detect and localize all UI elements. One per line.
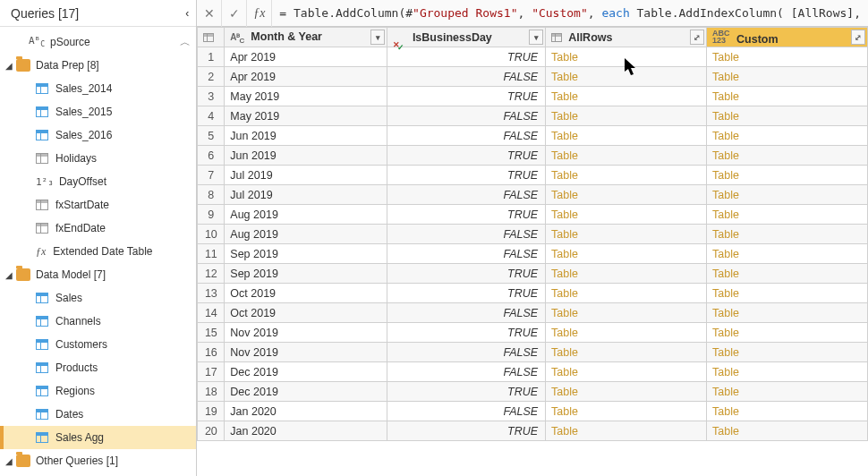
query-item[interactable]: Sales_2014 (0, 77, 196, 100)
cell-monthyear[interactable]: Nov 2019 (225, 323, 387, 343)
table-row[interactable]: 17 Dec 2019 FALSE Table Table (198, 362, 868, 382)
row-number[interactable]: 8 (198, 185, 225, 205)
fx-icon[interactable]: ƒx (247, 0, 272, 27)
cell-custom[interactable]: Table (707, 225, 868, 244)
cell-custom[interactable]: Table (707, 323, 868, 343)
row-number[interactable]: 17 (198, 362, 225, 382)
cell-isbusinessday[interactable]: FALSE (387, 362, 546, 382)
query-item[interactable]: fxEndDate (0, 217, 196, 240)
cell-custom[interactable]: Table (707, 343, 868, 362)
cell-monthyear[interactable]: Jul 2019 (225, 185, 387, 205)
cell-isbusinessday[interactable]: FALSE (387, 225, 546, 244)
table-row[interactable]: 8 Jul 2019 FALSE Table Table (198, 185, 868, 205)
cell-custom[interactable]: Table (707, 106, 868, 126)
cell-isbusinessday[interactable]: FALSE (387, 303, 546, 323)
cell-custom[interactable]: Table (707, 284, 868, 303)
column-header-monthyear[interactable]: AᴮC Month & Year ▾ (225, 28, 387, 47)
query-item[interactable]: Holidays (0, 147, 196, 170)
cell-allrows[interactable]: Table (546, 284, 707, 303)
table-row[interactable]: 14 Oct 2019 FALSE Table Table (198, 303, 868, 323)
cell-monthyear[interactable]: Jul 2019 (225, 166, 387, 185)
cell-isbusinessday[interactable]: TRUE (387, 323, 546, 343)
row-number[interactable]: 15 (198, 323, 225, 343)
cell-custom[interactable]: Table (707, 303, 868, 323)
row-number[interactable]: 12 (198, 264, 225, 284)
cell-isbusinessday[interactable]: FALSE (387, 106, 546, 126)
table-row[interactable]: 10 Aug 2019 FALSE Table Table (198, 225, 868, 244)
cell-custom[interactable]: Table (707, 87, 868, 106)
table-row[interactable]: 13 Oct 2019 TRUE Table Table (198, 284, 868, 303)
cell-isbusinessday[interactable]: FALSE (387, 244, 546, 264)
cell-isbusinessday[interactable]: TRUE (387, 205, 546, 225)
cell-allrows[interactable]: Table (546, 87, 707, 106)
data-grid[interactable]: AᴮC Month & Year ▾ IsBusinessDay ▾ AllRo… (197, 27, 868, 476)
cell-allrows[interactable]: Table (546, 106, 707, 126)
cell-isbusinessday[interactable]: TRUE (387, 47, 546, 67)
column-header-custom[interactable]: ABC123 Custom ⤢ (707, 28, 868, 47)
cell-isbusinessday[interactable]: TRUE (387, 382, 546, 402)
cell-monthyear[interactable]: Dec 2019 (225, 382, 387, 402)
row-number[interactable]: 5 (198, 126, 225, 146)
table-row[interactable]: 18 Dec 2019 TRUE Table Table (198, 382, 868, 402)
cell-monthyear[interactable]: Jun 2019 (225, 126, 387, 146)
row-number[interactable]: 7 (198, 166, 225, 185)
cell-isbusinessday[interactable]: FALSE (387, 185, 546, 205)
cell-allrows[interactable]: Table (546, 47, 707, 67)
row-number[interactable]: 14 (198, 303, 225, 323)
cell-isbusinessday[interactable]: TRUE (387, 146, 546, 166)
column-header-isbusinessday[interactable]: IsBusinessDay ▾ (387, 28, 546, 47)
cell-allrows[interactable]: Table (546, 402, 707, 421)
query-item[interactable]: Sales (0, 286, 196, 310)
query-item[interactable]: Channels (0, 310, 196, 333)
cell-isbusinessday[interactable]: FALSE (387, 343, 546, 362)
formula-text[interactable]: = Table.AddColumn(#"Grouped Rows1", "Cus… (272, 6, 868, 20)
group-data-prep[interactable]: ◢ Data Prep [8] (0, 54, 196, 77)
row-number[interactable]: 10 (198, 225, 225, 244)
table-row[interactable]: 15 Nov 2019 TRUE Table Table (198, 323, 868, 343)
filter-dropdown-icon[interactable]: ▾ (529, 30, 543, 45)
group-other-queries[interactable]: ◢ Other Queries [1] (0, 449, 196, 472)
cell-custom[interactable]: Table (707, 185, 868, 205)
query-item[interactable]: ƒxExtended Date Table (0, 240, 196, 263)
query-item[interactable]: 1²₃DayOffset (0, 170, 196, 193)
table-row[interactable]: 19 Jan 2020 FALSE Table Table (198, 402, 868, 421)
cell-allrows[interactable]: Table (546, 343, 707, 362)
table-corner[interactable] (198, 28, 225, 47)
cell-custom[interactable]: Table (707, 402, 868, 421)
cell-isbusinessday[interactable]: FALSE (387, 402, 546, 421)
cell-monthyear[interactable]: Jan 2020 (225, 402, 387, 421)
table-row[interactable]: 5 Jun 2019 FALSE Table Table (198, 126, 868, 146)
cell-allrows[interactable]: Table (546, 225, 707, 244)
commit-formula-button[interactable]: ✓ (222, 0, 247, 27)
cell-allrows[interactable]: Table (546, 303, 707, 323)
cell-monthyear[interactable]: Oct 2019 (225, 284, 387, 303)
table-row[interactable]: 2 Apr 2019 FALSE Table Table (198, 67, 868, 87)
cell-allrows[interactable]: Table (546, 264, 707, 284)
row-number[interactable]: 20 (198, 421, 225, 441)
cell-allrows[interactable]: Table (546, 67, 707, 87)
table-row[interactable]: 6 Jun 2019 TRUE Table Table (198, 146, 868, 166)
cell-allrows[interactable]: Table (546, 421, 707, 441)
row-number[interactable]: 13 (198, 284, 225, 303)
table-row[interactable]: 12 Sep 2019 TRUE Table Table (198, 264, 868, 284)
expand-column-icon[interactable]: ⤢ (851, 30, 865, 45)
cell-monthyear[interactable]: Aug 2019 (225, 205, 387, 225)
cell-isbusinessday[interactable]: TRUE (387, 284, 546, 303)
table-row[interactable]: 4 May 2019 FALSE Table Table (198, 106, 868, 126)
cell-allrows[interactable]: Table (546, 146, 707, 166)
row-number[interactable]: 3 (198, 87, 225, 106)
query-psource[interactable]: AᴮC pSource ︿ (0, 30, 196, 54)
cell-allrows[interactable]: Table (546, 362, 707, 382)
row-number[interactable]: 11 (198, 244, 225, 264)
row-number[interactable]: 18 (198, 382, 225, 402)
collapse-pane-icon[interactable]: ‹ (185, 7, 189, 20)
cell-custom[interactable]: Table (707, 244, 868, 264)
cell-monthyear[interactable]: May 2019 (225, 106, 387, 126)
cell-custom[interactable]: Table (707, 146, 868, 166)
expand-column-icon[interactable]: ⤢ (690, 30, 704, 45)
cell-monthyear[interactable]: Jan 2020 (225, 421, 387, 441)
cell-custom[interactable]: Table (707, 67, 868, 87)
cell-allrows[interactable]: Table (546, 244, 707, 264)
query-item[interactable]: Sales_2015 (0, 100, 196, 123)
row-number[interactable]: 1 (198, 47, 225, 67)
